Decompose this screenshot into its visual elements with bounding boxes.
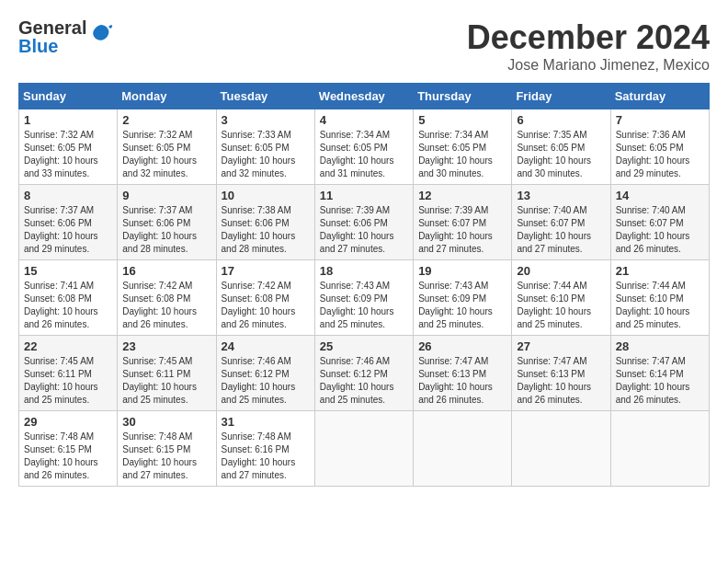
day-number: 6 bbox=[517, 113, 605, 127]
calendar-cell bbox=[610, 411, 709, 487]
day-info: Sunrise: 7:45 AMSunset: 6:11 PMDaylight:… bbox=[122, 356, 197, 405]
day-info: Sunrise: 7:48 AMSunset: 6:16 PMDaylight:… bbox=[222, 431, 296, 480]
logo-bird-icon bbox=[88, 21, 114, 52]
day-number: 4 bbox=[320, 113, 408, 127]
calendar-cell: 3 Sunrise: 7:33 AMSunset: 6:05 PMDayligh… bbox=[216, 109, 314, 185]
calendar-week-row: 29 Sunrise: 7:48 AMSunset: 6:15 PMDaylig… bbox=[19, 411, 710, 487]
calendar-cell: 13 Sunrise: 7:40 AMSunset: 6:07 PMDaylig… bbox=[512, 185, 610, 260]
day-info: Sunrise: 7:47 AMSunset: 6:13 PMDaylight:… bbox=[418, 356, 493, 405]
calendar-table: SundayMondayTuesdayWednesdayThursdayFrid… bbox=[18, 83, 710, 487]
calendar-cell: 16 Sunrise: 7:42 AMSunset: 6:08 PMDaylig… bbox=[118, 260, 216, 336]
day-info: Sunrise: 7:34 AMSunset: 6:05 PMDaylight:… bbox=[418, 130, 493, 178]
calendar-cell: 11 Sunrise: 7:39 AMSunset: 6:06 PMDaylig… bbox=[314, 185, 413, 260]
calendar-cell: 28 Sunrise: 7:47 AMSunset: 6:14 PMDaylig… bbox=[610, 336, 709, 411]
calendar-cell: 30 Sunrise: 7:48 AMSunset: 6:15 PMDaylig… bbox=[118, 411, 216, 487]
day-info: Sunrise: 7:34 AMSunset: 6:05 PMDaylight:… bbox=[320, 130, 394, 178]
calendar-cell: 24 Sunrise: 7:46 AMSunset: 6:12 PMDaylig… bbox=[216, 336, 314, 411]
day-info: Sunrise: 7:42 AMSunset: 6:08 PMDaylight:… bbox=[122, 281, 197, 329]
calendar-day-header: Sunday bbox=[19, 84, 118, 109]
day-info: Sunrise: 7:33 AMSunset: 6:05 PMDaylight:… bbox=[222, 130, 296, 178]
calendar-cell: 12 Sunrise: 7:39 AMSunset: 6:07 PMDaylig… bbox=[414, 185, 512, 260]
calendar-cell: 20 Sunrise: 7:44 AMSunset: 6:10 PMDaylig… bbox=[512, 260, 610, 336]
page-header: General Blue December 2024 Jose Mariano … bbox=[18, 18, 710, 74]
calendar-day-header: Friday bbox=[512, 84, 610, 109]
calendar-cell: 19 Sunrise: 7:43 AMSunset: 6:09 PMDaylig… bbox=[414, 260, 512, 336]
calendar-day-header: Saturday bbox=[610, 84, 709, 109]
day-number: 7 bbox=[616, 113, 704, 127]
day-number: 13 bbox=[517, 189, 605, 202]
day-info: Sunrise: 7:42 AMSunset: 6:08 PMDaylight:… bbox=[222, 281, 296, 329]
day-number: 1 bbox=[24, 113, 112, 127]
calendar-day-header: Thursday bbox=[414, 84, 512, 109]
day-info: Sunrise: 7:38 AMSunset: 6:06 PMDaylight:… bbox=[222, 205, 296, 254]
day-number: 12 bbox=[418, 189, 506, 202]
day-number: 18 bbox=[320, 264, 408, 278]
calendar-week-row: 8 Sunrise: 7:37 AMSunset: 6:06 PMDayligh… bbox=[19, 185, 710, 260]
calendar-cell: 23 Sunrise: 7:45 AMSunset: 6:11 PMDaylig… bbox=[118, 336, 216, 411]
logo-blue-text: Blue bbox=[18, 37, 86, 55]
calendar-cell: 17 Sunrise: 7:42 AMSunset: 6:08 PMDaylig… bbox=[216, 260, 314, 336]
day-number: 31 bbox=[222, 415, 310, 429]
day-number: 16 bbox=[122, 264, 210, 278]
month-title: December 2024 bbox=[467, 18, 710, 57]
calendar-cell: 29 Sunrise: 7:48 AMSunset: 6:15 PMDaylig… bbox=[19, 411, 118, 487]
calendar-cell: 4 Sunrise: 7:34 AMSunset: 6:05 PMDayligh… bbox=[314, 109, 413, 185]
day-info: Sunrise: 7:32 AMSunset: 6:05 PMDaylight:… bbox=[122, 130, 197, 178]
calendar-cell: 9 Sunrise: 7:37 AMSunset: 6:06 PMDayligh… bbox=[118, 185, 216, 260]
day-info: Sunrise: 7:40 AMSunset: 6:07 PMDaylight:… bbox=[517, 205, 591, 254]
day-info: Sunrise: 7:48 AMSunset: 6:15 PMDaylight:… bbox=[24, 431, 98, 480]
calendar-cell: 21 Sunrise: 7:44 AMSunset: 6:10 PMDaylig… bbox=[610, 260, 709, 336]
day-info: Sunrise: 7:37 AMSunset: 6:06 PMDaylight:… bbox=[122, 205, 197, 254]
day-number: 10 bbox=[222, 189, 310, 202]
calendar-cell: 10 Sunrise: 7:38 AMSunset: 6:06 PMDaylig… bbox=[216, 185, 314, 260]
day-number: 5 bbox=[418, 113, 506, 127]
calendar-cell: 22 Sunrise: 7:45 AMSunset: 6:11 PMDaylig… bbox=[19, 336, 118, 411]
day-number: 15 bbox=[24, 264, 112, 278]
day-number: 26 bbox=[418, 339, 506, 353]
day-info: Sunrise: 7:48 AMSunset: 6:15 PMDaylight:… bbox=[122, 431, 197, 480]
logo: General Blue bbox=[18, 18, 114, 55]
logo-general-text: General bbox=[18, 18, 86, 37]
calendar-body: 1 Sunrise: 7:32 AMSunset: 6:05 PMDayligh… bbox=[19, 109, 710, 487]
calendar-cell: 15 Sunrise: 7:41 AMSunset: 6:08 PMDaylig… bbox=[19, 260, 118, 336]
calendar-day-header: Wednesday bbox=[314, 84, 413, 109]
day-info: Sunrise: 7:43 AMSunset: 6:09 PMDaylight:… bbox=[320, 281, 394, 329]
calendar-cell bbox=[512, 411, 610, 487]
day-number: 30 bbox=[122, 415, 210, 429]
calendar-cell: 18 Sunrise: 7:43 AMSunset: 6:09 PMDaylig… bbox=[314, 260, 413, 336]
calendar-cell: 27 Sunrise: 7:47 AMSunset: 6:13 PMDaylig… bbox=[512, 336, 610, 411]
day-info: Sunrise: 7:47 AMSunset: 6:13 PMDaylight:… bbox=[517, 356, 591, 405]
calendar-week-row: 22 Sunrise: 7:45 AMSunset: 6:11 PMDaylig… bbox=[19, 336, 710, 411]
calendar-cell: 31 Sunrise: 7:48 AMSunset: 6:16 PMDaylig… bbox=[216, 411, 314, 487]
day-number: 27 bbox=[517, 339, 605, 353]
location-title: Jose Mariano Jimenez, Mexico bbox=[467, 57, 710, 74]
day-number: 20 bbox=[517, 264, 605, 278]
day-info: Sunrise: 7:47 AMSunset: 6:14 PMDaylight:… bbox=[616, 356, 690, 405]
day-number: 8 bbox=[24, 189, 112, 202]
day-info: Sunrise: 7:32 AMSunset: 6:05 PMDaylight:… bbox=[24, 130, 98, 178]
calendar-cell bbox=[314, 411, 413, 487]
day-info: Sunrise: 7:39 AMSunset: 6:07 PMDaylight:… bbox=[418, 205, 493, 254]
calendar-day-header: Tuesday bbox=[216, 84, 314, 109]
day-number: 23 bbox=[122, 339, 210, 353]
day-number: 3 bbox=[222, 113, 310, 127]
calendar-cell: 14 Sunrise: 7:40 AMSunset: 6:07 PMDaylig… bbox=[610, 185, 709, 260]
day-info: Sunrise: 7:46 AMSunset: 6:12 PMDaylight:… bbox=[320, 356, 394, 405]
calendar-cell bbox=[414, 411, 512, 487]
day-info: Sunrise: 7:44 AMSunset: 6:10 PMDaylight:… bbox=[616, 281, 690, 329]
day-number: 21 bbox=[616, 264, 704, 278]
day-info: Sunrise: 7:40 AMSunset: 6:07 PMDaylight:… bbox=[616, 205, 690, 254]
day-number: 2 bbox=[122, 113, 210, 127]
day-number: 24 bbox=[222, 339, 310, 353]
calendar-day-header: Monday bbox=[118, 84, 216, 109]
day-info: Sunrise: 7:41 AMSunset: 6:08 PMDaylight:… bbox=[24, 281, 98, 329]
day-info: Sunrise: 7:37 AMSunset: 6:06 PMDaylight:… bbox=[24, 205, 98, 254]
calendar-cell: 6 Sunrise: 7:35 AMSunset: 6:05 PMDayligh… bbox=[512, 109, 610, 185]
day-info: Sunrise: 7:39 AMSunset: 6:06 PMDaylight:… bbox=[320, 205, 394, 254]
calendar-cell: 5 Sunrise: 7:34 AMSunset: 6:05 PMDayligh… bbox=[414, 109, 512, 185]
day-number: 9 bbox=[122, 189, 210, 202]
day-info: Sunrise: 7:46 AMSunset: 6:12 PMDaylight:… bbox=[222, 356, 296, 405]
calendar-cell: 2 Sunrise: 7:32 AMSunset: 6:05 PMDayligh… bbox=[118, 109, 216, 185]
day-number: 28 bbox=[616, 339, 704, 353]
calendar-cell: 7 Sunrise: 7:36 AMSunset: 6:05 PMDayligh… bbox=[610, 109, 709, 185]
